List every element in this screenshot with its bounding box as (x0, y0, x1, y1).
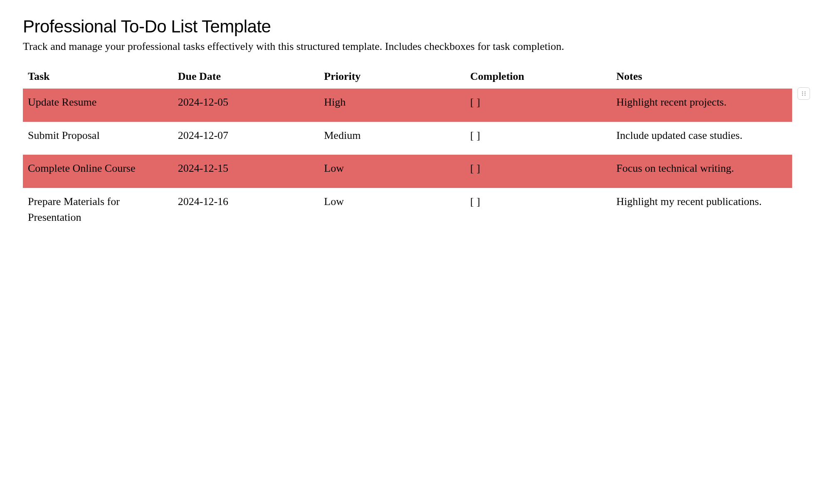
cell-notes: Highlight my recent publications. (611, 188, 792, 237)
page-title: Professional To-Do List Template (23, 17, 792, 37)
svg-point-1 (805, 91, 806, 93)
table-row: Prepare Materials for Presentation2024-1… (23, 188, 792, 237)
cell-task: Submit Proposal (23, 122, 173, 155)
table-row: Update Resume2024-12-05High[ ]Highlight … (23, 89, 792, 122)
cell-task: Prepare Materials for Presentation (23, 188, 173, 237)
col-header-notes: Notes (611, 64, 792, 89)
cell-priority: Medium (319, 122, 465, 155)
cell-due: 2024-12-07 (173, 122, 319, 155)
col-header-task: Task (23, 64, 173, 89)
cell-notes: Include updated case studies. (611, 122, 792, 155)
table-header-row: Task Due Date Priority Completion Notes (23, 64, 792, 89)
cell-completion[interactable]: [ ] (465, 122, 612, 155)
svg-point-5 (805, 95, 806, 96)
cell-completion[interactable]: [ ] (465, 188, 612, 237)
cell-notes: Focus on technical writing. (611, 155, 792, 188)
table-row: Submit Proposal2024-12-07Medium[ ]Includ… (23, 122, 792, 155)
cell-priority: Low (319, 155, 465, 188)
cell-notes: Highlight recent projects. (611, 89, 792, 122)
col-header-due: Due Date (173, 64, 319, 89)
cell-task: Complete Online Course (23, 155, 173, 188)
table-row: Complete Online Course2024-12-15Low[ ]Fo… (23, 155, 792, 188)
svg-point-2 (802, 93, 803, 94)
cell-completion[interactable]: [ ] (465, 89, 612, 122)
drag-handle-icon[interactable] (798, 87, 810, 100)
cell-priority: High (319, 89, 465, 122)
col-header-priority: Priority (319, 64, 465, 89)
svg-point-3 (805, 93, 806, 94)
cell-completion[interactable]: [ ] (465, 155, 612, 188)
cell-task: Update Resume (23, 89, 173, 122)
cell-priority: Low (319, 188, 465, 237)
todo-table: Task Due Date Priority Completion Notes … (23, 64, 792, 237)
svg-point-4 (802, 95, 803, 96)
col-header-completion: Completion (465, 64, 612, 89)
svg-point-0 (802, 91, 803, 93)
cell-due: 2024-12-05 (173, 89, 319, 122)
cell-due: 2024-12-16 (173, 188, 319, 237)
cell-due: 2024-12-15 (173, 155, 319, 188)
page-subtitle: Track and manage your professional tasks… (23, 38, 792, 54)
